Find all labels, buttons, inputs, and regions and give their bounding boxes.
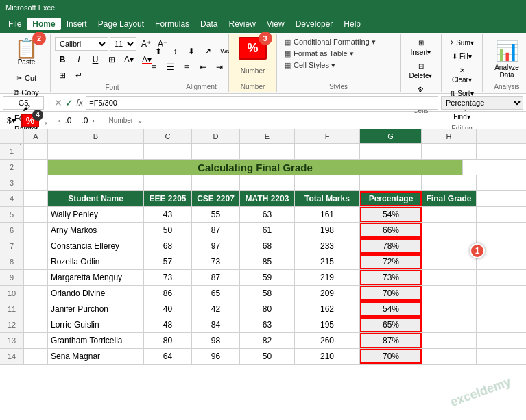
cell-d4[interactable]: CSE 2207 [192,191,240,206]
cell-a8[interactable] [24,254,48,269]
cell-b14[interactable]: Sena Magnar [48,349,144,364]
cell-d5[interactable]: 55 [192,207,240,222]
cell-h11[interactable] [422,301,477,317]
cell-e12[interactable]: 63 [240,317,295,332]
cell-f13[interactable]: 260 [295,333,360,348]
cell-g14[interactable]: 70% [360,349,422,364]
orientation-button[interactable]: ↗ [200,45,215,59]
cell-b12[interactable]: Lorrie Guislin [48,317,144,332]
col-header-b[interactable]: B [48,129,144,143]
cell-b9[interactable]: Margaretta Menguy [48,270,144,285]
cell-styles-button[interactable]: ▦ Cell Styles ▾ [283,60,394,71]
wrap-button[interactable]: ↵ [71,69,86,83]
number-format-button[interactable]: % 3 [239,37,266,60]
cell-f8[interactable]: 215 [295,254,360,269]
cell-a2[interactable] [24,160,48,175]
cell-f3[interactable] [295,175,360,190]
italic-button[interactable]: I [71,53,86,67]
cell-h1[interactable] [422,144,477,159]
col-header-f[interactable]: F [295,129,360,143]
cell-c3[interactable] [144,175,192,190]
cell-e3[interactable] [240,175,295,190]
cell-d12[interactable]: 84 [192,317,240,332]
cell-g3[interactable] [360,175,422,190]
cell-a11[interactable] [24,301,48,317]
align-right-button[interactable]: ≡ [179,60,194,75]
cell-g4[interactable]: Percentage [360,191,422,206]
cell-f10[interactable]: 209 [295,286,360,301]
cell-b1[interactable] [48,144,144,159]
cell-d1[interactable] [192,144,240,159]
cell-h10[interactable] [422,286,477,301]
cell-e5[interactable]: 63 [240,207,295,222]
cell-c13[interactable]: 80 [144,333,192,348]
cell-f1[interactable] [295,144,360,159]
cell-g7[interactable]: 78% [360,238,422,254]
format-as-table-button[interactable]: ▦ Format as Table ▾ [283,49,394,59]
cell-h8[interactable] [422,254,477,269]
cell-g11[interactable]: 54% [360,301,422,317]
cell-c8[interactable]: 57 [144,254,192,269]
percent-format-button[interactable]: % 4 [21,114,39,127]
cell-b2-title[interactable]: Calculating Final Grade [48,160,463,175]
cell-g6[interactable]: 66% [360,223,422,238]
fill-button[interactable]: ⬇ Fill▾ [449,51,475,63]
cell-d3[interactable] [192,175,240,190]
cell-f9[interactable]: 219 [295,270,360,285]
clear-button[interactable]: ✕ Clear▾ [446,64,478,86]
menu-item-help[interactable]: Help [338,18,366,30]
col-header-h[interactable]: H [422,129,477,143]
menu-item-review[interactable]: Review [223,18,261,30]
cell-h14[interactable] [422,349,477,364]
confirm-formula-icon[interactable]: ✓ [65,97,73,108]
cell-c7[interactable]: 68 [144,238,192,254]
cell-b4[interactable]: Student Name [48,191,144,206]
cell-d14[interactable]: 96 [192,349,240,364]
cell-b13[interactable]: Grantham Torricella [48,333,144,348]
cell-a1[interactable] [24,144,48,159]
cell-a4[interactable] [24,191,48,206]
menu-item-file[interactable]: File [3,18,27,30]
cancel-formula-icon[interactable]: ✕ [54,97,62,108]
cell-a5[interactable] [24,207,48,222]
cell-c12[interactable]: 48 [144,317,192,332]
cell-f4[interactable]: Total Marks [295,191,360,206]
cell-a7[interactable] [24,238,48,254]
col-header-d[interactable]: D [192,129,240,143]
cell-a6[interactable] [24,223,48,238]
cell-d9[interactable]: 87 [192,270,240,285]
font-name-select[interactable]: Calibri [55,37,108,51]
cell-c9[interactable]: 73 [144,270,192,285]
copy-button[interactable]: ⧉ Copy [7,86,46,99]
cell-d6[interactable]: 87 [192,223,240,238]
col-header-e[interactable]: E [240,129,295,143]
cell-c10[interactable]: 86 [144,286,192,301]
cell-a3[interactable] [24,175,48,190]
cell-d7[interactable]: 97 [192,238,240,254]
cell-a13[interactable] [24,333,48,348]
cell-f11[interactable]: 162 [295,301,360,317]
cell-d11[interactable]: 42 [192,301,240,317]
align-middle-button[interactable]: ↕ [167,45,182,59]
format-select[interactable]: Percentage [441,96,523,110]
align-bottom-button[interactable]: ⬇ [184,45,199,59]
menu-item-view[interactable]: View [261,18,290,30]
cell-h4[interactable]: Final Grade [422,191,477,206]
cell-d13[interactable]: 98 [192,333,240,348]
cell-b6[interactable]: Arny Markos [48,223,144,238]
cell-f7[interactable]: 233 [295,238,360,254]
cell-e1[interactable] [240,144,295,159]
cell-c6[interactable]: 50 [144,223,192,238]
cell-b10[interactable]: Orlando Divine [48,286,144,301]
increase-decimal-button[interactable]: .0→ [77,114,101,127]
cell-e4[interactable]: MATH 2203 [240,191,295,206]
col-header-a[interactable]: A [24,129,48,143]
cell-f5[interactable]: 161 [295,207,360,222]
cell-h5[interactable] [422,207,477,222]
border-button[interactable]: ⊞ [104,53,119,67]
align-center-button[interactable]: ☰ [163,60,178,75]
decrease-indent-button[interactable]: ⇤ [195,60,211,75]
cell-g12[interactable]: 65% [360,317,422,332]
cell-f14[interactable]: 210 [295,349,360,364]
autosum-button[interactable]: Σ Sum▾ [446,37,477,49]
